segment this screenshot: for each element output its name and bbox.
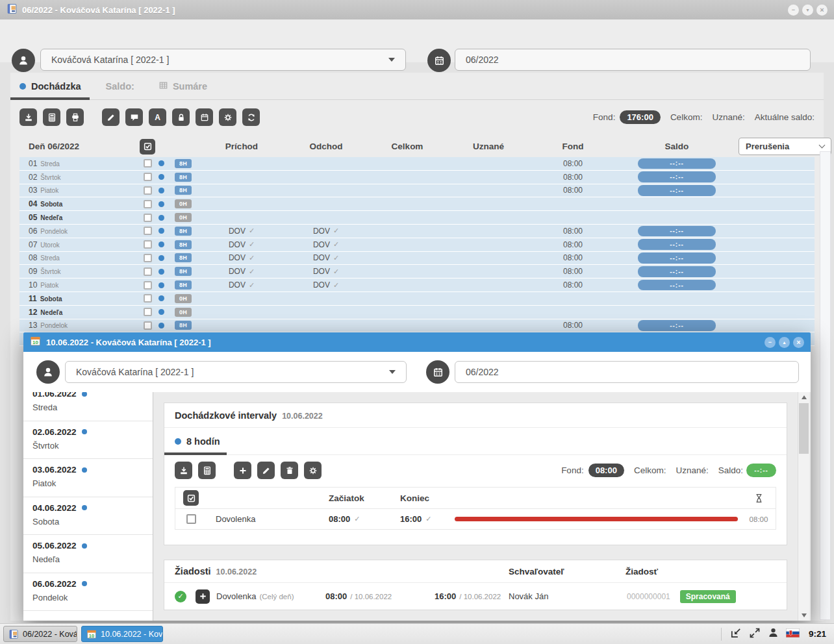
scrollbar-thumb[interactable] (799, 403, 809, 454)
select-all-button[interactable] (183, 490, 199, 506)
period-input[interactable]: 06/2022 (455, 361, 799, 383)
row-checkbox[interactable] (144, 281, 152, 290)
table-row[interactable]: 03Piatok 8H 08:00 --:-- (19, 184, 815, 198)
person-icon (12, 49, 35, 72)
edit-button[interactable] (257, 462, 275, 479)
saldo-button[interactable]: --:-- (638, 226, 716, 237)
letter-a-button[interactable]: A (149, 108, 166, 126)
col-schvalovatel: Schvaľovateľ (507, 567, 618, 576)
table-row[interactable]: 07Utorok 8H DOV✓ DOV✓ 08:00 --:-- (19, 238, 815, 252)
refresh-button[interactable] (242, 108, 260, 126)
intervals-toolbar: Fond: 08:00 Celkom: Uznané: Saldo: --:-- (164, 455, 787, 486)
table-row[interactable]: 06Pondelok 8H DOV✓ DOV✓ 08:00 --:-- (19, 225, 815, 238)
row-checkbox[interactable] (144, 254, 152, 262)
person-select[interactable]: Kováčová Katarína [ 2022-1 ] (40, 49, 406, 71)
table-row[interactable]: 05Nedeľa 0H (19, 211, 815, 225)
dialog-scrollbar[interactable] (798, 392, 809, 621)
taskbar-item-attendance[interactable]: 06/2022 - Kováčová Katarína (3, 626, 77, 642)
calendar-10-icon: 10 (86, 629, 97, 639)
add-button[interactable] (234, 462, 251, 479)
row-checkbox[interactable] (144, 200, 152, 208)
day-list-item[interactable]: 04.06.2022 Sobota (23, 497, 153, 536)
table-row[interactable]: 09Štvrtok 8H DOV✓ DOV✓ 08:00 --:-- (19, 265, 815, 279)
delete-button[interactable] (281, 462, 298, 479)
expand-button[interactable] (196, 589, 210, 604)
day-list-item[interactable]: 05.06.2022 Nedeľa (23, 535, 153, 573)
edit-button[interactable] (102, 108, 120, 126)
row-checkbox[interactable] (186, 514, 196, 524)
table-row[interactable]: 10Piatok 8H DOV✓ DOV✓ 08:00 --:-- (19, 279, 815, 292)
tray-separator (721, 628, 722, 641)
period-input[interactable]: 06/2022 (455, 49, 811, 71)
language-flag-icon[interactable] (786, 628, 800, 640)
row-checkbox[interactable] (144, 321, 152, 330)
request-name: Dovolenka (216, 591, 256, 601)
export-button[interactable] (19, 108, 37, 126)
main-scrollbar[interactable] (820, 151, 831, 620)
day-list-item[interactable]: 03.06.2022 Piatok (23, 459, 153, 497)
calendar-button[interactable] (196, 108, 213, 126)
person-select[interactable]: Kováčová Katarína [ 2022-1 ] (65, 361, 407, 383)
saldo-button[interactable]: --:-- (638, 253, 716, 264)
tab-saldo[interactable]: Saldo: (106, 81, 134, 92)
row-checkbox[interactable] (144, 240, 152, 249)
saldo-button[interactable]: --:-- (638, 239, 716, 250)
saldo-button[interactable]: --:-- (638, 280, 716, 291)
restore-window-icon[interactable] (730, 627, 742, 641)
row-checkbox[interactable] (144, 308, 152, 316)
prerusenia-select[interactable]: Prerušenia (739, 138, 831, 155)
table-row[interactable]: 11Sobota 0H (19, 292, 815, 306)
table-row[interactable]: 02Štvrtok 8H 08:00 --:-- (19, 171, 815, 184)
status-dot-icon (158, 323, 164, 328)
close-icon[interactable]: × (816, 5, 828, 16)
table-row[interactable]: 13Pondelok 8H 08:00 --:-- (19, 319, 815, 333)
status-dot-icon (158, 242, 164, 247)
restore-icon[interactable]: ▼ (802, 5, 813, 16)
export-button[interactable] (175, 462, 192, 479)
taskbar-item-day-detail[interactable]: 10 10.06.2022 - Kováčová Katarína (81, 626, 163, 642)
table-row[interactable]: 08Streda 8H DOV✓ DOV✓ 08:00 --:-- (19, 252, 815, 266)
select-all-button[interactable] (140, 139, 155, 155)
tab-dochadzka[interactable]: Dochádzka (19, 81, 81, 92)
print-button[interactable] (66, 108, 84, 126)
fullscreen-icon[interactable] (749, 627, 761, 641)
tab-8-hodin[interactable]: 8 hodín (186, 436, 220, 447)
row-checkbox[interactable] (144, 227, 152, 235)
settings-button[interactable] (219, 108, 236, 126)
calculator-button[interactable] (43, 108, 60, 126)
scroll-down-icon[interactable] (798, 610, 809, 621)
saldo-button[interactable]: --:-- (638, 158, 716, 169)
scroll-up-icon[interactable] (798, 392, 809, 402)
minimize-icon[interactable]: − (788, 5, 799, 16)
tab-sumare[interactable]: Sumáre (159, 81, 207, 92)
taskbar-item-label: 06/2022 - Kováčová Katarína (23, 630, 77, 639)
row-checkbox[interactable] (144, 159, 152, 167)
close-icon[interactable]: × (793, 337, 804, 348)
table-row[interactable]: 12Nedeľa 0H (19, 306, 815, 319)
minimize-icon[interactable]: − (764, 337, 776, 348)
row-checkbox[interactable] (144, 173, 152, 181)
day-weekday: Piatok (32, 478, 144, 488)
saldo-button[interactable]: --:-- (638, 266, 716, 277)
maximize-icon[interactable]: ▲ (779, 337, 790, 348)
saldo-button[interactable]: --:-- (638, 320, 716, 331)
row-checkbox[interactable] (144, 267, 152, 276)
table-row[interactable]: 04Sobota 0H (19, 197, 815, 211)
lock-button[interactable] (172, 108, 190, 126)
request-row[interactable]: ✓ Dovolenka(Celý deň) 08:00/ 10.06.2022 … (164, 583, 787, 610)
row-checkbox[interactable] (144, 186, 152, 195)
table-row[interactable]: 01Streda 8H 08:00 --:-- (19, 157, 815, 171)
saldo-button[interactable]: --:-- (638, 171, 716, 182)
row-checkbox[interactable] (144, 214, 152, 222)
day-list-item[interactable]: 06.06.2022 Pondelok (23, 573, 153, 612)
comment-button[interactable] (125, 108, 143, 126)
saldo-button[interactable]: --:-- (638, 185, 716, 196)
user-icon[interactable] (768, 627, 779, 641)
settings-button[interactable] (304, 462, 322, 479)
app-icon (6, 3, 18, 17)
day-list-item[interactable]: 02.06.2022 Štvrtok (23, 421, 153, 460)
calculator-button[interactable] (198, 462, 216, 479)
interval-row[interactable]: Dovolenka 08:00✓ 16:00✓ 08:00 (175, 509, 776, 529)
day-list-item[interactable]: 01.06.2022 Streda (23, 392, 153, 421)
row-checkbox[interactable] (144, 294, 152, 303)
